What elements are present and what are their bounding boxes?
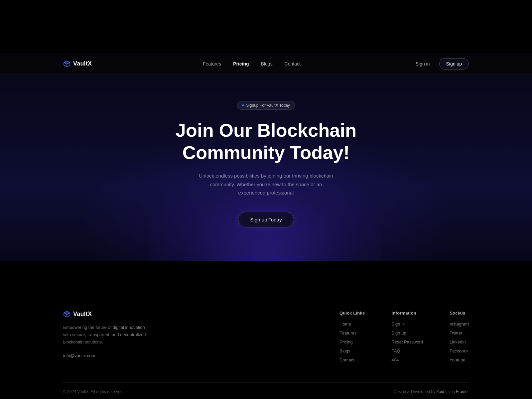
cta-button[interactable]: Sign up Today <box>238 212 294 227</box>
hero-subtitle: Unlock endless possibilities by joining … <box>196 172 336 197</box>
footer-social-facebook[interactable]: Facebook <box>450 348 469 353</box>
footer-info-title: Information <box>392 311 423 316</box>
footer-quicklinks-list: Home Features Pricing Blogs Contact <box>339 322 365 362</box>
footer-link-contact[interactable]: Contact <box>339 357 365 362</box>
footer-socials-list: Instagram Twitter Linkedin Facebook Yout… <box>450 322 469 362</box>
footer-info-faq[interactable]: FAQ <box>392 348 423 353</box>
footer-col-socials: Socials Instagram Twitter Linkedin Faceb… <box>450 311 469 362</box>
footer-logo-text: VaultX <box>73 311 92 318</box>
footer-logo-icon <box>63 311 70 318</box>
navbar: VaultX Features Pricing Blogs Contact Si… <box>0 53 532 74</box>
footer-email[interactable]: info@vaultx.com <box>63 353 95 358</box>
footer: VaultX Empowering the future of digital … <box>0 287 532 399</box>
signin-button[interactable]: Sign in <box>412 59 434 68</box>
footer-social-twitter[interactable]: Twitter <box>450 331 469 335</box>
hero-section: Signup For VaultX Today Join Our Blockch… <box>0 74 532 261</box>
footer-info-404[interactable]: 404 <box>392 357 423 362</box>
footer-social-instagram[interactable]: Instagram <box>450 322 469 327</box>
footer-social-youtube[interactable]: Youtube <box>450 357 469 362</box>
footer-credit: Design & Developed by Zaid using Framer <box>394 389 469 394</box>
footer-tagline: Empowering the future of digital innovat… <box>63 324 150 346</box>
logo[interactable]: VaultX <box>63 60 92 67</box>
section-gap <box>0 261 532 287</box>
top-area <box>0 0 532 53</box>
nav-auth: Sign in Sign up <box>412 58 469 69</box>
footer-quicklinks-title: Quick Links <box>339 311 365 316</box>
nav-contact[interactable]: Contact <box>285 61 301 66</box>
nav-pricing[interactable]: Pricing <box>233 61 249 66</box>
hero-title-line2: Community Today! <box>183 142 350 163</box>
footer-link-home[interactable]: Home <box>339 322 365 327</box>
footer-brand: VaultX Empowering the future of digital … <box>63 311 190 362</box>
footer-credit-tool[interactable]: Framer <box>456 389 469 394</box>
footer-info-signup[interactable]: Sign up <box>392 331 423 335</box>
footer-link-blogs[interactable]: Blogs <box>339 348 365 353</box>
nav-links: Features Pricing Blogs Contact <box>203 61 301 66</box>
footer-col-info: Information Sign in Sign up Reset Passwo… <box>392 311 423 362</box>
hero-title-line1: Join Our Blockchain <box>176 120 357 141</box>
footer-link-pricing[interactable]: Pricing <box>339 339 365 344</box>
footer-social-linkedin[interactable]: Linkedin <box>450 339 469 344</box>
signup-button[interactable]: Sign up <box>439 58 469 69</box>
footer-col-quick: Quick Links Home Features Pricing Blogs … <box>339 311 365 362</box>
footer-links: Quick Links Home Features Pricing Blogs … <box>190 311 469 362</box>
footer-socials-title: Socials <box>450 311 469 316</box>
badge-text: Signup For VaultX Today <box>246 103 290 108</box>
hero-badge: Signup For VaultX Today <box>237 101 295 110</box>
footer-info-reset[interactable]: Reset Password <box>392 339 423 344</box>
logo-icon <box>63 60 70 67</box>
footer-credit-prefix: Design & Developed by <box>394 389 437 394</box>
nav-features[interactable]: Features <box>203 61 221 66</box>
footer-top: VaultX Empowering the future of digital … <box>63 311 469 382</box>
nav-blogs[interactable]: Blogs <box>261 61 273 66</box>
footer-info-signin[interactable]: Sign in <box>392 322 423 327</box>
logo-name: VaultX <box>73 60 92 67</box>
hero-title: Join Our Blockchain Community Today! <box>0 119 532 164</box>
footer-logo[interactable]: VaultX <box>63 311 190 318</box>
footer-copyright: © 2024 VaultX. All rights reserved. <box>63 389 124 394</box>
badge-dot <box>242 104 244 106</box>
footer-link-features[interactable]: Features <box>339 331 365 335</box>
footer-credit-middle: using <box>445 389 456 394</box>
footer-bottom: © 2024 VaultX. All rights reserved. Desi… <box>63 382 469 399</box>
footer-info-list: Sign in Sign up Reset Password FAQ 404 <box>392 322 423 362</box>
footer-credit-author[interactable]: Zaid <box>437 389 444 394</box>
